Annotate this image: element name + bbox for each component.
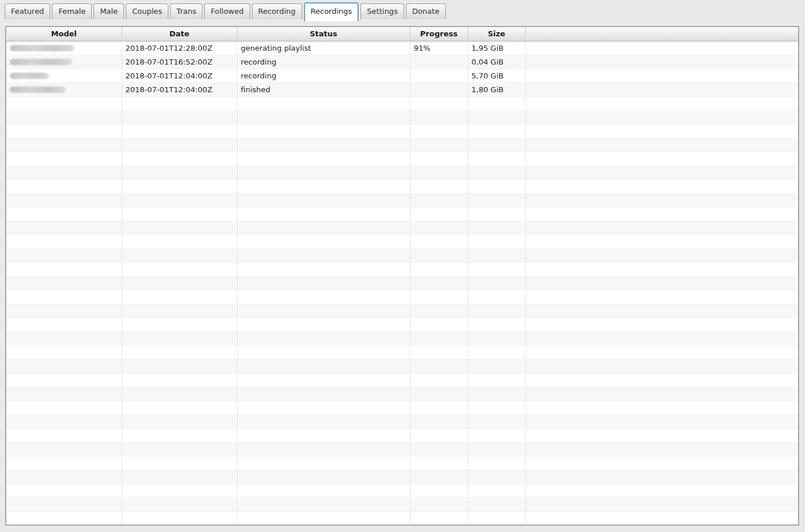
cell-status: recording <box>237 69 410 82</box>
cell-size: 0,04 GiB <box>468 55 525 69</box>
tab-recordings[interactable]: Recordings <box>304 2 359 21</box>
cell-model <box>6 55 122 69</box>
cell-progress <box>410 82 468 96</box>
cell-date: 2018-07-01T12:28:00Z <box>122 41 237 55</box>
tab-female[interactable]: Female <box>52 3 92 19</box>
tab-featured[interactable]: Featured <box>5 3 50 19</box>
empty-row <box>6 373 798 387</box>
empty-row <box>6 525 798 526</box>
column-header-date[interactable]: Date <box>122 27 237 41</box>
empty-row <box>6 359 798 373</box>
cell-model <box>6 69 122 82</box>
model-name-redacted <box>10 73 49 79</box>
empty-row <box>6 331 798 345</box>
table-row[interactable]: 2018-07-01T12:04:00Zfinished1,80 GiB <box>6 82 798 96</box>
recordings-table-frame: ModelDateStatusProgressSize 2018-07-01T1… <box>5 26 799 526</box>
cell-size: 1,80 GiB <box>468 82 525 96</box>
cell-filler <box>525 82 798 96</box>
tab-followed[interactable]: Followed <box>204 3 250 19</box>
app-window: FeaturedFemaleMaleCouplesTransFollowedRe… <box>0 0 805 526</box>
cell-status: finished <box>237 82 410 96</box>
tab-settings[interactable]: Settings <box>360 3 404 19</box>
cell-date: 2018-07-01T12:04:00Z <box>122 69 237 82</box>
cell-filler <box>525 69 798 82</box>
cell-filler <box>525 55 798 69</box>
cell-filler <box>525 41 798 55</box>
empty-row <box>6 96 798 110</box>
tab-trans[interactable]: Trans <box>170 3 202 19</box>
column-header-size[interactable]: Size <box>468 27 525 41</box>
tab-male[interactable]: Male <box>93 3 124 19</box>
empty-row <box>6 304 798 318</box>
empty-row <box>6 138 798 152</box>
empty-row <box>6 497 798 511</box>
empty-row <box>6 401 798 414</box>
empty-row <box>6 179 798 193</box>
recordings-table: ModelDateStatusProgressSize 2018-07-01T1… <box>6 27 798 526</box>
tab-recording[interactable]: Recording <box>252 3 302 19</box>
cell-date: 2018-07-01T12:04:00Z <box>122 82 237 96</box>
empty-row <box>6 387 798 401</box>
empty-row <box>6 262 798 276</box>
empty-row <box>6 248 798 262</box>
table-header-row: ModelDateStatusProgressSize <box>6 27 798 41</box>
cell-progress <box>410 55 468 69</box>
tab-bar: FeaturedFemaleMaleCouplesTransFollowedRe… <box>0 0 805 19</box>
empty-row <box>6 221 798 235</box>
empty-row <box>6 152 798 165</box>
empty-row <box>6 484 798 497</box>
empty-row <box>6 318 798 331</box>
table-row[interactable]: 2018-07-01T12:04:00Zrecording5,70 GiB <box>6 69 798 82</box>
empty-row <box>6 442 798 456</box>
empty-row <box>6 511 798 525</box>
column-header-progress[interactable]: Progress <box>410 27 468 41</box>
empty-row <box>6 110 798 124</box>
tab-couples[interactable]: Couples <box>126 3 168 19</box>
model-name-redacted <box>10 59 72 65</box>
empty-row <box>6 456 798 470</box>
cell-size: 1,95 GiB <box>468 41 525 55</box>
empty-row <box>6 414 798 428</box>
column-header-status[interactable]: Status <box>237 27 410 41</box>
cell-progress: 91% <box>410 41 468 55</box>
empty-row <box>6 276 798 290</box>
empty-row <box>6 207 798 221</box>
empty-row <box>6 235 798 248</box>
cell-model <box>6 41 122 55</box>
empty-row <box>6 470 798 484</box>
column-header-model[interactable]: Model <box>6 27 122 41</box>
table-row[interactable]: 2018-07-01T16:52:00Zrecording0,04 GiB <box>6 55 798 69</box>
cell-progress <box>410 69 468 82</box>
cell-model <box>6 82 122 96</box>
empty-row <box>6 193 798 207</box>
empty-row <box>6 124 798 138</box>
model-name-redacted <box>10 45 74 51</box>
cell-size: 5,70 GiB <box>468 69 525 82</box>
table-row[interactable]: 2018-07-01T12:28:00Zgenerating playlist9… <box>6 41 798 55</box>
empty-row <box>6 345 798 359</box>
model-name-redacted <box>10 86 66 93</box>
empty-row <box>6 165 798 179</box>
column-header-filler <box>525 27 798 41</box>
cell-date: 2018-07-01T16:52:00Z <box>122 55 237 69</box>
tab-donate[interactable]: Donate <box>406 3 446 19</box>
cell-status: generating playlist <box>237 41 410 55</box>
empty-row <box>6 290 798 304</box>
empty-row <box>6 428 798 442</box>
cell-status: recording <box>237 55 410 69</box>
